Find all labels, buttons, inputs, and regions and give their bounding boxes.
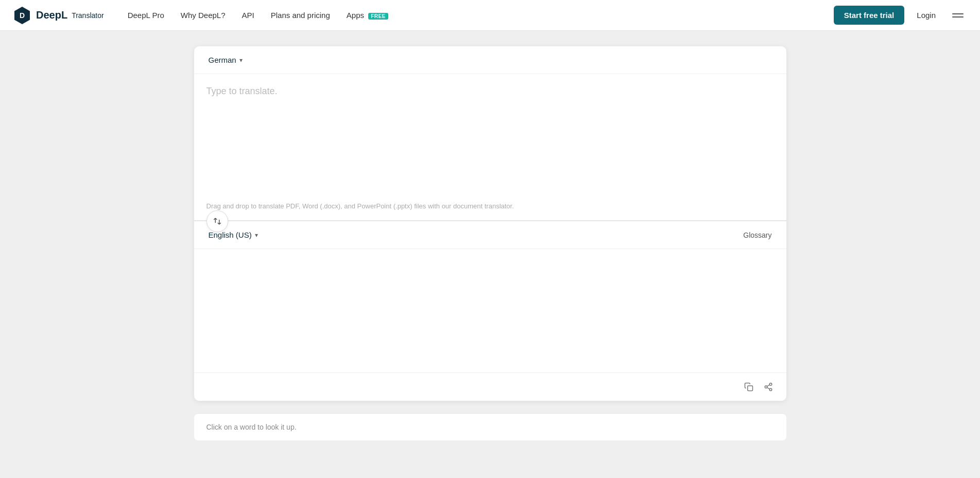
- target-panel-header: English (US) ▾ Glossary: [194, 221, 786, 249]
- swap-languages-button[interactable]: [207, 210, 228, 232]
- svg-line-6: [767, 385, 769, 386]
- nav-plans-pricing[interactable]: Plans and pricing: [264, 7, 337, 24]
- nav-why-deepl[interactable]: Why DeepL?: [174, 7, 233, 24]
- logo-link[interactable]: D DeepL Translator: [12, 6, 104, 25]
- target-actions: [194, 373, 786, 401]
- nav-apps[interactable]: Apps FREE: [339, 7, 396, 24]
- swap-icon: [213, 217, 222, 226]
- nav-links: DeepL Pro Why DeepL? API Plans and prici…: [121, 7, 834, 24]
- target-output-area: [194, 249, 786, 373]
- nav-deepl-pro[interactable]: DeepL Pro: [121, 7, 171, 24]
- word-lookup-bar: Click on a word to look it up.: [194, 413, 786, 440]
- svg-point-2: [769, 383, 772, 386]
- share-button[interactable]: [761, 379, 776, 395]
- navbar-actions: Start free trial Login: [834, 6, 968, 25]
- deepl-logo-icon: D: [12, 6, 32, 25]
- word-lookup-hint: Click on a word to look it up.: [207, 423, 297, 431]
- share-icon: [764, 382, 773, 392]
- source-lang-selector[interactable]: German ▾: [204, 54, 247, 66]
- target-lang-chevron-icon: ▾: [255, 232, 258, 239]
- menu-line-1: [952, 13, 964, 14]
- hamburger-menu-button[interactable]: [948, 9, 968, 22]
- brand-sub: Translator: [72, 11, 104, 20]
- apps-badge: FREE: [368, 13, 388, 20]
- navbar: D DeepL Translator DeepL Pro Why DeepL? …: [0, 0, 980, 31]
- page-content: German ▾ Drag and drop to translate PDF,…: [0, 31, 980, 478]
- source-lang-label: German: [209, 56, 236, 64]
- svg-rect-1: [747, 386, 752, 391]
- source-textarea[interactable]: [194, 74, 786, 218]
- drag-drop-hint: Drag and drop to translate PDF, Word (.d…: [207, 202, 514, 210]
- translator-card: German ▾ Drag and drop to translate PDF,…: [194, 46, 786, 401]
- svg-point-4: [769, 388, 772, 391]
- nav-api[interactable]: API: [235, 7, 262, 24]
- source-panel-header: German ▾: [194, 46, 786, 74]
- source-panel: German ▾ Drag and drop to translate PDF,…: [194, 46, 786, 221]
- copy-button[interactable]: [741, 379, 757, 395]
- copy-icon: [744, 382, 753, 392]
- svg-line-5: [767, 387, 769, 389]
- brand-name: DeepL: [36, 9, 67, 21]
- svg-point-3: [765, 386, 767, 388]
- glossary-button[interactable]: Glossary: [739, 229, 776, 241]
- svg-text:D: D: [20, 11, 25, 20]
- menu-line-2: [952, 16, 964, 17]
- source-lang-chevron-icon: ▾: [239, 57, 243, 64]
- login-button[interactable]: Login: [910, 7, 942, 24]
- target-panel: English (US) ▾ Glossary: [194, 221, 786, 401]
- start-trial-button[interactable]: Start free trial: [834, 6, 905, 25]
